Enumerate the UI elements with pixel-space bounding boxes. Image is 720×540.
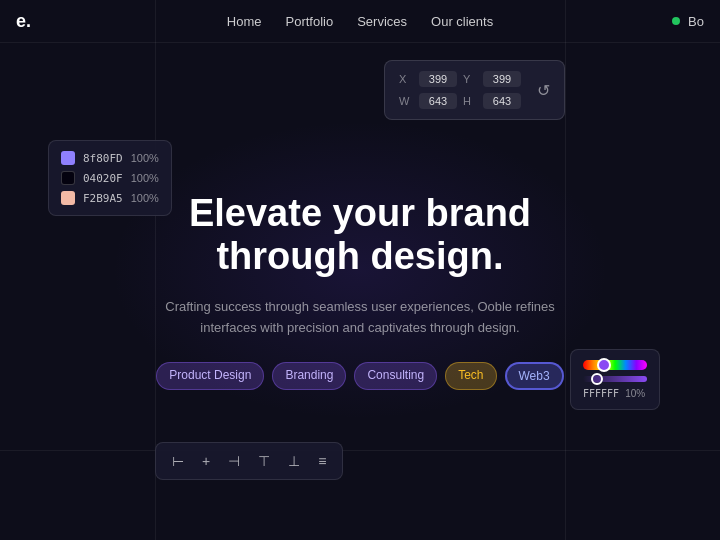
status-indicator [672,17,680,25]
h-label: H [463,95,477,107]
x-row: X 399 Y 399 [399,71,521,87]
tag-tech[interactable]: Tech [445,362,496,390]
opacity-bar[interactable] [583,376,647,382]
tag-consulting[interactable]: Consulting [354,362,437,390]
color-panel: 8f80FD 100% 04020F 100% F2B9A5 100% [48,140,172,216]
color-hex-3: F2B9A5 [83,192,123,205]
tag-product-design[interactable]: Product Design [156,362,264,390]
nav-portfolio[interactable]: Portfolio [285,14,333,29]
color-picker-panel: FFFFFF 10% [570,349,660,410]
color-row-3: F2B9A5 100% [61,191,159,205]
main-content: Elevate your brand through design. Craft… [0,42,720,540]
coordinate-panel: X 399 Y 399 W 643 H 643 ↺ [384,60,565,120]
color-row-2: 04020F 100% [61,171,159,185]
hero-title: Elevate your brand through design. [150,192,570,279]
color-hex-1: 8f80FD [83,152,123,165]
color-swatch-1 [61,151,75,165]
color-hex-2: 04020F [83,172,123,185]
toolbar-distribute[interactable]: ≡ [316,451,328,471]
color-pct-2: 100% [131,172,159,184]
nav-links: Home Portfolio Services Our clients [227,14,493,29]
navbar-right: Bo [672,14,704,29]
toolbar-align-bottom[interactable]: ⊥ [286,451,302,471]
hue-thumb[interactable] [597,358,611,372]
hero-subtitle: Crafting success through seamless user e… [150,297,570,339]
w-value[interactable]: 643 [419,93,457,109]
xy-group: X 399 Y 399 W 643 H 643 [399,71,521,109]
tag-branding[interactable]: Branding [272,362,346,390]
x-value[interactable]: 399 [419,71,457,87]
tag-container: Product Design Branding Consulting Tech … [150,362,570,390]
x-label: X [399,73,413,85]
hex-input[interactable]: FFFFFF [583,388,619,399]
color-pct-3: 100% [131,192,159,204]
hero-section: Elevate your brand through design. Craft… [150,192,570,391]
color-inputs: FFFFFF 10% [583,388,647,399]
refresh-icon[interactable]: ↺ [537,81,550,100]
opacity-thumb[interactable] [591,373,603,385]
toolbar-align-top[interactable]: ⊤ [256,451,272,471]
y-value[interactable]: 399 [483,71,521,87]
wh-row: W 643 H 643 [399,93,521,109]
color-row-1: 8f80FD 100% [61,151,159,165]
hero-title-line1: Elevate your brand [189,192,531,234]
toolbar-add[interactable]: + [200,451,212,471]
hue-gradient-bar[interactable] [583,360,647,370]
user-label: Bo [688,14,704,29]
h-value[interactable]: 643 [483,93,521,109]
nav-home[interactable]: Home [227,14,262,29]
color-pct-1: 100% [131,152,159,164]
opacity-input[interactable]: 10% [625,388,645,399]
y-label: Y [463,73,477,85]
toolbar-align-left[interactable]: ⊢ [170,451,186,471]
logo: e. [16,11,31,32]
toolbar: ⊢ + ⊣ ⊤ ⊥ ≡ [155,442,343,480]
navbar: e. Home Portfolio Services Our clients B… [0,0,720,42]
hero-title-line2: through design. [216,235,503,277]
color-swatch-3 [61,191,75,205]
tag-web3[interactable]: Web3 [505,362,564,390]
nav-clients[interactable]: Our clients [431,14,493,29]
color-swatch-2 [61,171,75,185]
nav-services[interactable]: Services [357,14,407,29]
w-label: W [399,95,413,107]
toolbar-align-right[interactable]: ⊣ [226,451,242,471]
